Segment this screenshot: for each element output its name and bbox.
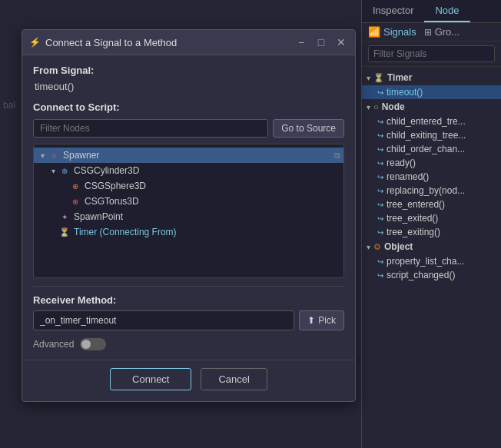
- method-input[interactable]: [33, 310, 294, 330]
- signals-label: Signals: [383, 26, 416, 38]
- groups-button[interactable]: ⊞ Gro...: [424, 26, 460, 38]
- tree-item-spawnpoint[interactable]: ✦ SpawnPoint: [34, 209, 343, 224]
- dialog-title: Connect a Signal to a Method: [45, 37, 294, 48]
- receiver-method-section: Receiver Method: ⬆ Pick Advanced: [33, 294, 344, 350]
- tab-node[interactable]: Node: [424, 0, 469, 22]
- property-list-label: property_list_cha...: [387, 256, 464, 267]
- go-to-source-button[interactable]: Go to Source: [273, 119, 344, 138]
- node-group-name: Node: [382, 101, 405, 112]
- script-changed-label: script_changed(): [387, 270, 455, 280]
- filter-signals-bar: [362, 41, 501, 67]
- child-exiting-arrow: ↪: [377, 131, 383, 140]
- advanced-toggle[interactable]: [80, 338, 106, 350]
- sig-item-replacing-by[interactable]: ↪ replacing_by(nod...: [362, 184, 501, 197]
- from-signal-label: From Signal:: [33, 65, 344, 76]
- dialog-footer: Connect Cancel: [22, 360, 355, 401]
- pick-button[interactable]: ⬆ Pick: [299, 310, 344, 330]
- chevron-node-icon: ▾: [367, 103, 370, 111]
- groups-icon: ⊞: [424, 27, 432, 38]
- tree-entered-arrow: ↪: [377, 201, 383, 209]
- node-tree[interactable]: ▾ ○ Spawner ⧉ ▾ ⊕ CSGCylinder3D: [33, 144, 344, 278]
- advanced-row: Advanced: [33, 338, 344, 350]
- filter-row: Go to Source: [33, 119, 344, 138]
- csgcylinder-label: CSGCylinder3D: [74, 165, 139, 176]
- child-entered-label: child_entered_tre...: [387, 116, 466, 127]
- from-signal-value: timeout(): [33, 81, 344, 92]
- csgsphere-icon: ⊕: [69, 180, 81, 192]
- tree-item-spawner[interactable]: ▾ ○ Spawner ⧉: [34, 148, 343, 163]
- minimize-button[interactable]: −: [294, 35, 309, 50]
- renamed-arrow: ↪: [377, 173, 383, 181]
- advanced-label: Advanced: [33, 339, 74, 350]
- connect-signal-dialog: ⚡ Connect a Signal to a Method − □ ✕ Fro…: [22, 29, 356, 402]
- tree-item-timer[interactable]: ⏳ Timer (Connecting From): [34, 224, 343, 240]
- spawnpoint-icon: ✦: [58, 211, 71, 223]
- filter-nodes-input[interactable]: [33, 119, 268, 138]
- sig-item-child-entered[interactable]: ↪ child_entered_tre...: [362, 114, 501, 128]
- sig-item-child-exiting[interactable]: ↪ child_exiting_tree...: [362, 128, 501, 142]
- replacing-by-label: replacing_by(nod...: [387, 185, 465, 196]
- timer-group-icon: ⏳: [373, 73, 384, 83]
- signals-button[interactable]: 📶 Signals: [368, 26, 416, 38]
- sig-item-ready[interactable]: ↪ ready(): [362, 156, 501, 170]
- sig-item-property-list[interactable]: ↪ property_list_cha...: [362, 254, 501, 268]
- tree-exiting-label: tree_exiting(): [387, 227, 440, 237]
- sig-item-renamed[interactable]: ↪ renamed(): [362, 170, 501, 184]
- timeout-arrow-icon: ↪: [377, 88, 383, 97]
- bg-label: bal: [0, 100, 15, 111]
- signal-tree[interactable]: ▾ ⏳ Timer ↪ timeout() ▾ ○ Node ↪ child_e…: [362, 67, 501, 448]
- tree-item-csgsphere[interactable]: ⊕ CSGSphere3D: [34, 178, 343, 194]
- expand-icon-spawner: ▾: [37, 151, 48, 160]
- dialog-signal-icon: ⚡: [28, 36, 41, 48]
- method-input-row: ⬆ Pick: [33, 310, 344, 330]
- spawner-label: Spawner: [63, 150, 99, 161]
- groups-label: Gro...: [435, 26, 460, 38]
- tree-item-csgtorus[interactable]: ⊕ CSGTorus3D: [34, 194, 343, 209]
- sig-item-tree-entered[interactable]: ↪ tree_entered(): [362, 197, 501, 211]
- timeout-label: timeout(): [387, 87, 423, 98]
- filter-signals-input[interactable]: [368, 45, 495, 62]
- sig-item-tree-exited[interactable]: ↪ tree_exited(): [362, 211, 501, 225]
- node-group-icon: ○: [373, 102, 379, 111]
- sig-item-tree-exiting[interactable]: ↪ tree_exiting(): [362, 225, 501, 239]
- tab-inspector[interactable]: Inspector: [362, 0, 424, 22]
- signals-wifi-icon: 📶: [368, 26, 380, 38]
- property-list-arrow: ↪: [377, 257, 383, 266]
- signals-groups-row: 📶 Signals ⊞ Gro...: [362, 23, 501, 41]
- sig-group-object: ▾ ⚙ Object: [362, 239, 501, 254]
- tab-inspector-label: Inspector: [373, 5, 413, 16]
- replacing-by-arrow: ↪: [377, 187, 383, 195]
- sig-item-script-changed[interactable]: ↪ script_changed(): [362, 268, 501, 282]
- sig-item-timeout[interactable]: ↪ timeout(): [362, 85, 501, 99]
- child-entered-arrow: ↪: [377, 118, 383, 126]
- connect-to-script-label: Connect to Script:: [33, 101, 344, 113]
- pick-label: Pick: [318, 315, 336, 326]
- expand-icon-csg: ▾: [48, 167, 58, 175]
- panel-tabs: Inspector Node: [362, 0, 501, 23]
- sig-item-child-order[interactable]: ↪ child_order_chan...: [362, 142, 501, 156]
- tree-exited-arrow: ↪: [377, 214, 383, 223]
- tree-exiting-arrow: ↪: [377, 228, 383, 237]
- main-area: bal ⚡ Connect a Signal to a Method − □ ✕…: [0, 0, 361, 448]
- timer-group-name: Timer: [387, 72, 412, 83]
- tab-node-label: Node: [435, 5, 459, 16]
- spawnpoint-label: SpawnPoint: [74, 211, 123, 222]
- csgsphere-label: CSGSphere3D: [85, 181, 146, 191]
- child-order-label: child_order_chan...: [387, 144, 465, 154]
- csgtorus-label: CSGTorus3D: [85, 196, 139, 207]
- connect-button[interactable]: Connect: [110, 368, 191, 390]
- dialog-titlebar: ⚡ Connect a Signal to a Method − □ ✕: [22, 30, 355, 55]
- tree-item-csgcylinder[interactable]: ▾ ⊕ CSGCylinder3D: [34, 163, 343, 178]
- csgtorus-icon: ⊕: [69, 195, 81, 207]
- cancel-button[interactable]: Cancel: [201, 368, 267, 390]
- close-button[interactable]: ✕: [333, 35, 349, 50]
- dialog-controls: − □ ✕: [294, 35, 349, 50]
- ready-arrow: ↪: [377, 159, 383, 168]
- tree-exited-label: tree_exited(): [387, 213, 438, 224]
- tree-entered-label: tree_entered(): [387, 199, 445, 210]
- receiver-method-label: Receiver Method:: [33, 294, 344, 306]
- object-group-name: Object: [384, 241, 413, 252]
- timer-label: Timer (Connecting From): [74, 227, 177, 237]
- renamed-label: renamed(): [387, 171, 429, 182]
- maximize-button[interactable]: □: [314, 35, 329, 50]
